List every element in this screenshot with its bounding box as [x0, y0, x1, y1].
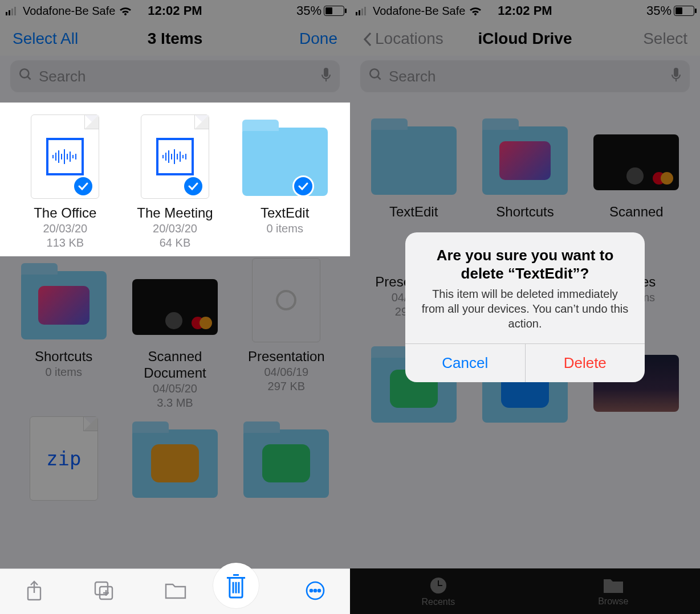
- selected-check-icon: [182, 175, 204, 197]
- more-icon[interactable]: [305, 580, 325, 603]
- confirm-delete-button[interactable]: Delete: [526, 344, 645, 382]
- file-size: 64 KB: [120, 236, 230, 250]
- share-icon[interactable]: [25, 579, 44, 604]
- file-name: TextEdit: [230, 205, 340, 222]
- file-item-office[interactable]: The Office 20/03/20 113 KB: [10, 114, 120, 250]
- file-name: The Meeting: [120, 205, 230, 222]
- file-name: The Office: [10, 205, 120, 222]
- alert-backdrop: Are you sure you want to delete “TextEdi…: [350, 0, 700, 614]
- move-folder-icon[interactable]: [164, 581, 188, 603]
- file-meta: 20/03/20: [120, 222, 230, 236]
- file-item-textedit[interactable]: TextEdit 0 items: [230, 114, 340, 250]
- svg-point-35: [314, 590, 316, 592]
- dim-overlay: [0, 0, 350, 614]
- right-screenshot: Vodafone-Be Safe 12:02 PM 35% Locations …: [350, 0, 700, 614]
- file-meta: 20/03/20: [10, 222, 120, 236]
- file-size: 113 KB: [10, 236, 120, 250]
- delete-confirm-alert: Are you sure you want to delete “TextEdi…: [405, 232, 645, 382]
- selected-row: The Office 20/03/20 113 KB The Meeting 2…: [0, 103, 350, 256]
- file-item-meeting[interactable]: The Meeting 20/03/20 64 KB: [120, 114, 230, 250]
- svg-point-36: [318, 590, 320, 592]
- audio-wave-icon: [156, 138, 194, 175]
- alert-message: This item will be deleted immediately fr…: [405, 286, 645, 343]
- file-meta: 0 items: [230, 222, 340, 236]
- selected-check-icon: [292, 175, 314, 197]
- bottom-toolbar: [0, 568, 350, 614]
- alert-title: Are you sure you want to delete “TextEdi…: [405, 232, 645, 286]
- duplicate-icon[interactable]: [93, 580, 115, 604]
- svg-point-34: [310, 590, 312, 592]
- delete-button[interactable]: [213, 563, 259, 608]
- audio-wave-icon: [46, 138, 84, 175]
- cancel-button[interactable]: Cancel: [405, 344, 526, 382]
- left-screenshot: Vodafone-Be Safe 12:02 PM 35% Select All…: [0, 0, 350, 614]
